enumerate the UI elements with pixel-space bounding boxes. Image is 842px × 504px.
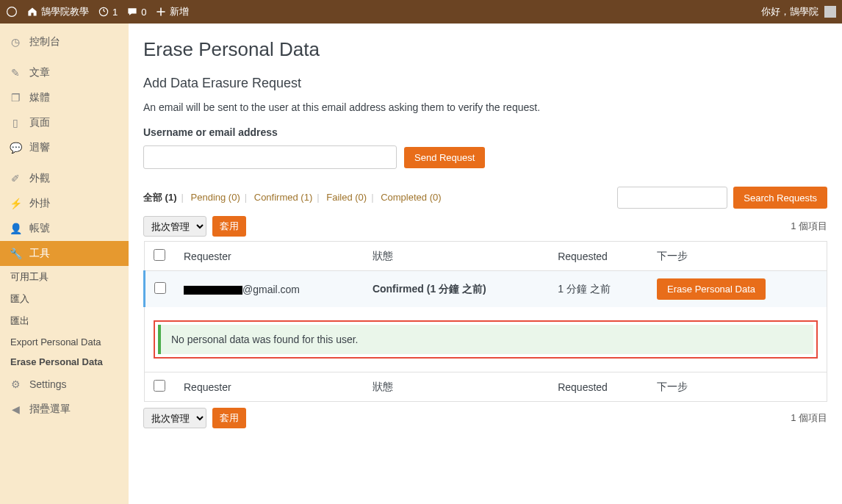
filter-all[interactable]: 全部 (1) bbox=[143, 192, 177, 203]
comments-count: 0 bbox=[141, 7, 146, 18]
sub-erase-personal[interactable]: Erase Personal Data bbox=[0, 352, 129, 372]
sub-available-tools[interactable]: 可用工具 bbox=[0, 266, 129, 288]
sidebar-item-settings[interactable]: ⚙Settings bbox=[0, 372, 129, 397]
table-row: @gmail.com Confirmed (1 分鐘 之前) 1 分鐘 之前 E… bbox=[145, 271, 827, 308]
sidebar-item-plugins[interactable]: ⚡外掛 bbox=[0, 191, 129, 216]
filter-row: 全部 (1)| Pending (0)| Confirmed (1)| Fail… bbox=[143, 187, 827, 209]
sub-export-personal[interactable]: Export Personal Data bbox=[0, 332, 129, 352]
sidebar-item-pages[interactable]: ▯頁面 bbox=[0, 110, 129, 135]
row-checkbox[interactable] bbox=[154, 282, 166, 294]
new-link[interactable]: 新增 bbox=[155, 5, 189, 18]
filter-pending[interactable]: Pending (0) bbox=[191, 192, 240, 203]
select-all-bottom[interactable] bbox=[154, 380, 165, 392]
table-footer: Requester 狀態 Requested 下一步 bbox=[145, 372, 827, 402]
svg-point-0 bbox=[7, 7, 17, 17]
sidebar-item-label: 文章 bbox=[29, 66, 50, 79]
admin-topbar: 鵠學院教學 1 0 新增 你好，鵠學院 bbox=[0, 0, 842, 24]
select-all-top[interactable] bbox=[154, 249, 165, 261]
col-status-f[interactable]: 狀態 bbox=[364, 372, 549, 402]
filter-failed[interactable]: Failed (0) bbox=[326, 192, 367, 203]
email-input[interactable] bbox=[143, 145, 397, 169]
comment-icon bbox=[126, 6, 138, 18]
topbar-right: 你好，鵠學院 bbox=[761, 5, 836, 18]
collapse-icon: ◀ bbox=[9, 403, 22, 416]
notice-highlight: No personal data was found for this user… bbox=[154, 320, 818, 359]
bulk-row-bottom: 批次管理 套用 1 個項目 bbox=[143, 408, 827, 428]
sidebar-item-users[interactable]: 👤帳號 bbox=[0, 216, 129, 241]
sidebar-item-dashboard[interactable]: ◷控制台 bbox=[0, 29, 129, 54]
avatar[interactable] bbox=[824, 6, 836, 18]
sidebar-item-label: 外掛 bbox=[29, 197, 50, 210]
updates-count: 1 bbox=[112, 7, 118, 18]
requests-table: Requester 狀態 Requested 下一步 @gmail.com Co… bbox=[143, 241, 827, 402]
cell-requester: @gmail.com bbox=[175, 271, 364, 308]
send-request-button[interactable]: Send Request bbox=[404, 147, 485, 168]
search-input[interactable] bbox=[617, 187, 727, 209]
field-label: Username or email address bbox=[143, 126, 827, 138]
item-count-bottom: 1 個項目 bbox=[791, 411, 827, 425]
col-next-f[interactable]: 下一步 bbox=[648, 372, 827, 402]
sub-import[interactable]: 匯入 bbox=[0, 288, 129, 310]
sidebar-item-label: 摺疊選單 bbox=[29, 403, 71, 416]
col-next[interactable]: 下一步 bbox=[648, 242, 827, 271]
col-requester-f[interactable]: Requester bbox=[175, 372, 364, 402]
bulk-apply-top[interactable]: 套用 bbox=[212, 216, 246, 237]
wrench-icon: 🔧 bbox=[9, 247, 22, 260]
wp-logo[interactable] bbox=[6, 6, 18, 18]
admin-sidebar: ◷控制台 ✎文章 ❐媒體 ▯頁面 💬迴響 ✐外觀 ⚡外掛 👤帳號 🔧工具 可用工… bbox=[0, 24, 129, 504]
comment-icon: 💬 bbox=[9, 141, 22, 154]
greeting[interactable]: 你好，鵠學院 bbox=[761, 5, 818, 18]
redacted-text bbox=[184, 286, 242, 295]
sidebar-item-label: Settings bbox=[29, 378, 67, 390]
user-icon: 👤 bbox=[9, 222, 22, 235]
media-icon: ❐ bbox=[9, 91, 22, 104]
sidebar-item-label: 頁面 bbox=[29, 116, 50, 129]
bulk-row-top: 批次管理 套用 1 個項目 bbox=[143, 216, 827, 237]
col-requester[interactable]: Requester bbox=[175, 242, 364, 271]
sidebar-item-media[interactable]: ❐媒體 bbox=[0, 85, 129, 110]
item-count-top: 1 個項目 bbox=[791, 220, 827, 233]
notice-row: No personal data was found for this user… bbox=[145, 307, 827, 372]
brush-icon: ✐ bbox=[9, 172, 22, 185]
wordpress-icon bbox=[6, 6, 18, 18]
layout: ◷控制台 ✎文章 ❐媒體 ▯頁面 💬迴響 ✐外觀 ⚡外掛 👤帳號 🔧工具 可用工… bbox=[0, 24, 842, 504]
sub-export[interactable]: 匯出 bbox=[0, 310, 129, 332]
bulk-select-top[interactable]: 批次管理 bbox=[143, 216, 206, 237]
col-requested-f[interactable]: Requested bbox=[549, 372, 648, 402]
dashboard-icon: ◷ bbox=[9, 35, 22, 48]
search-box: Search Requests bbox=[617, 187, 827, 209]
site-link[interactable]: 鵠學院教學 bbox=[26, 5, 89, 18]
col-requested[interactable]: Requested bbox=[549, 242, 648, 271]
table-header: Requester 狀態 Requested 下一步 bbox=[145, 242, 827, 271]
home-icon bbox=[26, 6, 38, 18]
topbar-left: 鵠學院教學 1 0 新增 bbox=[6, 5, 189, 18]
sidebar-item-comments[interactable]: 💬迴響 bbox=[0, 135, 129, 160]
search-button[interactable]: Search Requests bbox=[733, 187, 827, 209]
filter-completed[interactable]: Completed (0) bbox=[381, 192, 441, 203]
notice-message: No personal data was found for this user… bbox=[158, 325, 813, 354]
status-filters: 全部 (1)| Pending (0)| Confirmed (1)| Fail… bbox=[143, 191, 442, 204]
erase-data-button[interactable]: Erase Personal Data bbox=[657, 278, 766, 300]
updates-link[interactable]: 1 bbox=[98, 6, 118, 18]
sidebar-item-label: 工具 bbox=[29, 247, 50, 260]
page-subtitle: Add Data Erasure Request bbox=[143, 76, 827, 91]
new-label: 新增 bbox=[170, 5, 189, 18]
cell-action: Erase Personal Data bbox=[648, 271, 827, 308]
request-form: Send Request bbox=[143, 145, 827, 169]
sidebar-item-collapse[interactable]: ◀摺疊選單 bbox=[0, 397, 129, 422]
sidebar-item-label: 帳號 bbox=[29, 222, 50, 235]
cell-status: Confirmed (1 分鐘 之前) bbox=[364, 271, 549, 308]
sidebar-item-tools[interactable]: 🔧工具 bbox=[0, 241, 129, 266]
cell-requested: 1 分鐘 之前 bbox=[549, 271, 648, 308]
bulk-select-bottom[interactable]: 批次管理 bbox=[143, 408, 206, 428]
filter-confirmed[interactable]: Confirmed (1) bbox=[254, 192, 312, 203]
sidebar-item-label: 迴響 bbox=[29, 141, 50, 154]
bulk-apply-bottom[interactable]: 套用 bbox=[212, 408, 246, 428]
sidebar-item-label: 媒體 bbox=[29, 91, 50, 104]
page-title: Erase Personal Data bbox=[143, 38, 827, 61]
comments-link[interactable]: 0 bbox=[126, 6, 146, 18]
sidebar-item-posts[interactable]: ✎文章 bbox=[0, 60, 129, 85]
sidebar-item-label: 控制台 bbox=[29, 35, 60, 48]
sidebar-item-appearance[interactable]: ✐外觀 bbox=[0, 166, 129, 191]
col-status[interactable]: 狀態 bbox=[364, 242, 549, 271]
